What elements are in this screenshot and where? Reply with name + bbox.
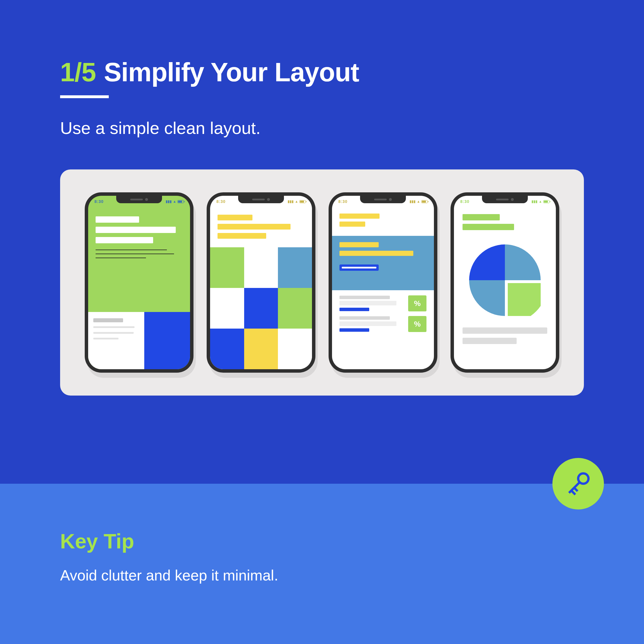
phone-time: 8:30 bbox=[338, 199, 347, 204]
wifi-icon: ▲ bbox=[173, 199, 176, 204]
signal-icon: ▮▮▮ bbox=[288, 199, 294, 204]
mockup-phone-1: 8:30 ▮▮▮ ▲ bbox=[85, 192, 193, 373]
pie-chart-icon bbox=[469, 244, 541, 316]
percent-badge: % bbox=[408, 316, 426, 332]
signal-icon: ▮▮▮ bbox=[410, 199, 416, 204]
page-heading: 1/5 Simplify Your Layout bbox=[60, 57, 584, 87]
battery-icon bbox=[421, 200, 428, 203]
signal-icon: ▮▮▮ bbox=[532, 199, 538, 204]
battery-icon bbox=[177, 200, 184, 203]
mockup-phone-3: 8:30 ▮▮▮ ▲ % bbox=[329, 192, 437, 373]
wifi-icon: ▲ bbox=[417, 199, 420, 204]
key-icon bbox=[564, 469, 592, 498]
phone-time: 8:30 bbox=[94, 199, 104, 204]
phone-notch-icon bbox=[238, 196, 284, 203]
key-tip-text: Avoid clutter and keep it minimal. bbox=[60, 567, 584, 584]
svg-line-3 bbox=[574, 488, 578, 491]
svg-line-2 bbox=[571, 491, 575, 495]
svg-point-0 bbox=[578, 473, 588, 484]
key-tip-panel: Key Tip Avoid clutter and keep it minima… bbox=[0, 484, 644, 644]
percent-badge: % bbox=[408, 295, 426, 311]
phone-notch-icon bbox=[482, 196, 528, 203]
svg-line-1 bbox=[569, 482, 580, 493]
key-tip-heading: Key Tip bbox=[60, 530, 584, 553]
status-icons: ▮▮▮ ▲ bbox=[288, 199, 306, 204]
signal-icon: ▮▮▮ bbox=[166, 199, 172, 204]
status-icons: ▮▮▮ ▲ bbox=[532, 199, 550, 204]
status-icons: ▮▮▮ ▲ bbox=[166, 199, 184, 204]
illustration-card: 8:30 ▮▮▮ ▲ bbox=[60, 169, 584, 396]
battery-icon bbox=[543, 200, 550, 203]
page-subtitle: Use a simple clean layout. bbox=[60, 118, 584, 138]
phone-time: 8:30 bbox=[460, 199, 469, 204]
mockup-phone-4: 8:30 ▮▮▮ ▲ bbox=[451, 192, 559, 373]
mockup-phone-2: 8:30 ▮▮▮ ▲ bbox=[207, 192, 315, 373]
phone-notch-icon bbox=[360, 196, 406, 203]
phone-notch-icon bbox=[116, 196, 162, 203]
key-icon-badge bbox=[552, 458, 604, 509]
wifi-icon: ▲ bbox=[295, 199, 298, 204]
page-title: Simplify Your Layout bbox=[104, 57, 359, 87]
status-icons: ▮▮▮ ▲ bbox=[410, 199, 428, 204]
wifi-icon: ▲ bbox=[539, 199, 542, 204]
heading-underline bbox=[60, 95, 109, 98]
battery-icon bbox=[299, 200, 306, 203]
phone-time: 8:30 bbox=[216, 199, 226, 204]
page-counter: 1/5 bbox=[60, 57, 96, 87]
